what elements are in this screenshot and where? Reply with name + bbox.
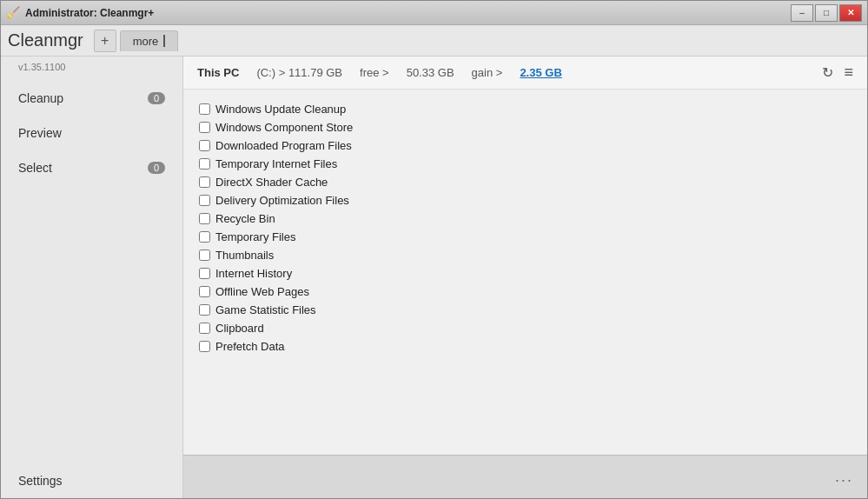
tab-more-label: more xyxy=(133,35,159,48)
label-recycle-bin: Recycle Bin xyxy=(215,212,275,225)
tab-cursor xyxy=(163,35,165,47)
tab-more[interactable]: more xyxy=(120,30,179,51)
checkbox-internet-history[interactable] xyxy=(199,268,210,279)
free-value: 50.33 GB xyxy=(407,66,454,79)
minimize-button[interactable]: – xyxy=(791,4,813,22)
label-windows-update-cleanup: Windows Update Cleanup xyxy=(215,103,346,116)
label-downloaded-program-files: Downloaded Program Files xyxy=(215,139,352,152)
checkbox-directx-shader-cache[interactable] xyxy=(199,176,210,188)
bottom-dots[interactable]: ... xyxy=(835,468,853,486)
select-badge: 0 xyxy=(148,162,165,174)
checkbox-temporary-internet-files[interactable] xyxy=(199,158,210,170)
sidebar: v1.35.1100 Cleanup 0 Preview Select 0 Se… xyxy=(1,57,183,498)
title-bar-text: Administrator: Cleanmgr+ xyxy=(25,7,791,19)
label-clipboard: Clipboard xyxy=(215,322,264,335)
label-windows-component-store: Windows Component Store xyxy=(215,121,353,134)
main-layout: v1.35.1100 Cleanup 0 Preview Select 0 Se… xyxy=(1,57,867,498)
label-game-statistic-files: Game Statistic Files xyxy=(215,303,316,316)
info-actions: ↻ ≡ xyxy=(822,63,853,82)
list-item[interactable]: Temporary Files xyxy=(194,228,857,246)
tab-bar: Cleanmgr + more xyxy=(1,25,867,57)
app-name-label: Cleanmgr xyxy=(8,30,83,50)
label-prefetch-data: Prefetch Data xyxy=(215,340,285,353)
menu-icon[interactable]: ≡ xyxy=(844,63,853,82)
label-temporary-files: Temporary Files xyxy=(215,230,295,243)
checkbox-recycle-bin[interactable] xyxy=(199,213,210,224)
checkbox-offline-web-pages[interactable] xyxy=(199,286,210,297)
checkbox-thumbnails[interactable] xyxy=(199,250,210,261)
label-offline-web-pages: Offline Web Pages xyxy=(215,285,309,298)
checkbox-windows-update-cleanup[interactable] xyxy=(199,103,210,115)
list-item[interactable]: Delivery Optimization Files xyxy=(194,191,857,210)
label-delivery-optimization-files: Delivery Optimization Files xyxy=(215,194,349,207)
list-item[interactable]: Windows Update Cleanup xyxy=(194,100,857,118)
refresh-icon[interactable]: ↻ xyxy=(822,64,833,81)
list-item[interactable]: Windows Component Store xyxy=(194,118,857,136)
checkbox-game-statistic-files[interactable] xyxy=(199,304,210,316)
label-directx-shader-cache: DirectX Shader Cache xyxy=(215,176,328,189)
checkbox-delivery-optimization-files[interactable] xyxy=(199,195,210,206)
close-button[interactable]: ✕ xyxy=(839,4,862,22)
sidebar-item-cleanup[interactable]: Cleanup 0 xyxy=(1,81,182,116)
list-item[interactable]: Clipboard xyxy=(194,319,857,337)
main-panel: This PC (C:) > 111.79 GB free > 50.33 GB… xyxy=(183,57,867,498)
sidebar-item-settings[interactable]: Settings xyxy=(1,463,182,498)
checkbox-prefetch-data[interactable] xyxy=(199,341,210,352)
title-bar: 🧹 Administrator: Cleanmgr+ – □ ✕ xyxy=(1,1,867,25)
title-bar-controls: – □ ✕ xyxy=(791,4,862,22)
select-label: Select xyxy=(18,161,52,175)
gain-label: gain > xyxy=(472,66,503,79)
add-tab-button[interactable]: + xyxy=(94,30,116,52)
version-label: v1.35.1100 xyxy=(1,57,182,81)
list-item[interactable]: Offline Web Pages xyxy=(194,283,857,301)
list-item[interactable]: DirectX Shader Cache xyxy=(194,173,857,191)
label-thumbnails: Thumbnails xyxy=(215,249,274,262)
sidebar-item-preview[interactable]: Preview xyxy=(1,116,182,150)
list-item[interactable]: Thumbnails xyxy=(194,246,857,264)
cleanup-badge: 0 xyxy=(148,92,165,104)
app-window: 🧹 Administrator: Cleanmgr+ – □ ✕ Cleanmg… xyxy=(0,0,868,499)
checkbox-downloaded-program-files[interactable] xyxy=(199,140,210,151)
settings-label: Settings xyxy=(18,474,63,488)
checkbox-temporary-files[interactable] xyxy=(199,231,210,243)
list-item[interactable]: Temporary Internet Files xyxy=(194,155,857,173)
checkbox-clipboard[interactable] xyxy=(199,323,210,334)
list-item[interactable]: Internet History xyxy=(194,264,857,283)
drive-label: This PC xyxy=(197,66,239,79)
preview-label: Preview xyxy=(18,126,62,140)
info-bar: This PC (C:) > 111.79 GB free > 50.33 GB… xyxy=(183,57,867,90)
list-item[interactable]: Downloaded Program Files xyxy=(194,136,857,155)
app-icon: 🧹 xyxy=(6,6,20,20)
label-internet-history: Internet History xyxy=(215,267,292,280)
drive-path: (C:) > 111.79 GB xyxy=(256,66,342,79)
gain-value[interactable]: 2.35 GB xyxy=(520,66,561,79)
list-item[interactable]: Game Statistic Files xyxy=(194,301,857,319)
cleanup-label: Cleanup xyxy=(18,91,63,105)
list-item[interactable]: Prefetch Data xyxy=(194,337,857,356)
bottom-bar: ... xyxy=(183,455,867,498)
maximize-button[interactable]: □ xyxy=(815,4,838,22)
checklist-scroll[interactable]: Windows Update CleanupWindows Component … xyxy=(183,96,867,448)
sidebar-item-select[interactable]: Select 0 xyxy=(1,150,182,185)
list-item[interactable]: Recycle Bin xyxy=(194,210,857,228)
checklist-container: Windows Update CleanupWindows Component … xyxy=(183,90,867,455)
checkbox-windows-component-store[interactable] xyxy=(199,122,210,133)
label-temporary-internet-files: Temporary Internet Files xyxy=(215,157,337,170)
free-label: free > xyxy=(360,66,389,79)
